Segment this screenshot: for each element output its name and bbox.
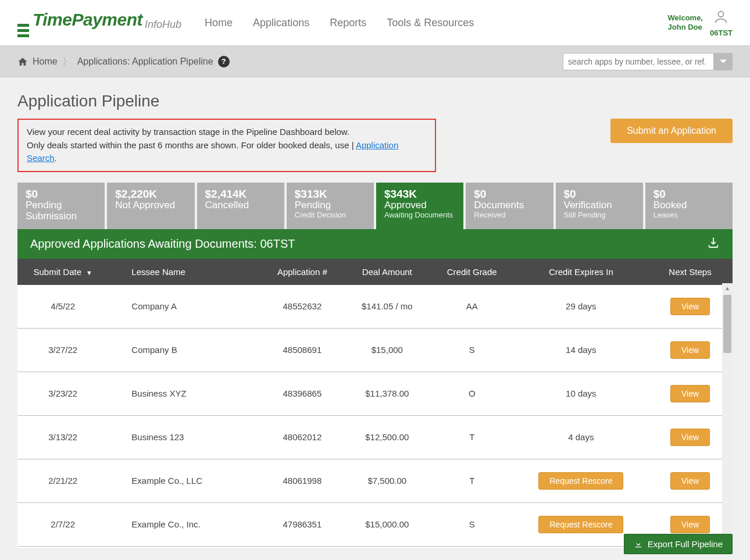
scroll-up-icon[interactable]: ▲ xyxy=(722,283,733,294)
cell-date: 3/13/22 xyxy=(17,415,108,459)
pipeline-tab-6[interactable]: $0VerificationStill Pending xyxy=(556,183,643,229)
col-lessee[interactable]: Lessee Name xyxy=(108,259,260,285)
col-submit-date[interactable]: Submit Date▼ xyxy=(17,259,108,285)
breadcrumb-bar: Home 〉 Applications: Application Pipelin… xyxy=(0,45,750,77)
scrollbar[interactable]: ▲ ▼ xyxy=(722,283,733,548)
col-application[interactable]: Application # xyxy=(260,259,345,285)
cell-amount: $7,500.00 xyxy=(345,459,430,502)
view-button[interactable]: View xyxy=(670,429,710,446)
welcome-block: Welcome, John Doe 06TST xyxy=(668,9,733,37)
download-icon[interactable] xyxy=(707,236,720,252)
export-full-pipeline-button[interactable]: Export Full Pipeline xyxy=(624,534,733,554)
pipeline-tab-3[interactable]: $313KPendingCredit Decision xyxy=(287,183,374,229)
cell-lessee: Company C xyxy=(108,546,260,548)
cell-grade: AA xyxy=(430,285,515,329)
table-row: 3/23/22Business XYZ48396865$11,378.00O10… xyxy=(17,372,733,415)
cell-expires: 14 days xyxy=(515,328,648,372)
section-header: Approved Applications Awaiting Documents… xyxy=(17,229,733,259)
pipeline-tab-4[interactable]: $343KApprovedAwaiting Documents xyxy=(376,183,463,229)
pipeline-tabs: $0Pending Submission$2,220KNot Approved$… xyxy=(17,183,733,229)
cell-date: 2/21/22 xyxy=(17,459,108,502)
cell-amount: $11,378.00 xyxy=(345,372,430,415)
cell-date: 1/26/22 xyxy=(17,546,108,548)
cell-action: View xyxy=(648,415,733,459)
view-button[interactable]: View xyxy=(670,341,710,359)
nav-tools[interactable]: Tools & Resources xyxy=(387,17,474,29)
logo[interactable]: TimePayment InfoHub xyxy=(17,10,181,36)
cell-amount: $15,000.00 xyxy=(345,502,430,546)
col-next-steps[interactable]: Next Steps xyxy=(648,259,733,285)
cell-action: View xyxy=(648,459,733,502)
nav-reports[interactable]: Reports xyxy=(330,17,366,29)
cell-amount: $15,000 xyxy=(345,328,430,372)
table-body: 4/5/22Company A48552632$141.05 / moAA29 … xyxy=(17,285,733,548)
search-dropdown-button[interactable] xyxy=(714,53,733,70)
table-wrap: Submit Date▼ Lessee Name Application # D… xyxy=(17,259,733,548)
cell-expires: 4 days xyxy=(515,415,648,459)
cell-grade: T xyxy=(430,459,515,502)
table-row: 2/21/22Example Co., LLC48061998$7,500.00… xyxy=(17,459,733,502)
table-header: Submit Date▼ Lessee Name Application # D… xyxy=(17,259,733,285)
view-button[interactable]: View xyxy=(670,516,710,533)
user-code: 06TST xyxy=(710,28,733,37)
search-input[interactable] xyxy=(563,53,714,70)
cell-lessee: Business XYZ xyxy=(108,372,260,415)
cell-amount: $5,000.00 xyxy=(345,546,430,548)
page-title: Application Pipeline xyxy=(17,92,733,110)
search-wrap xyxy=(563,53,733,70)
breadcrumb: Home 〉 Applications: Application Pipelin… xyxy=(17,55,230,69)
home-icon xyxy=(17,56,28,67)
col-amount[interactable]: Deal Amount xyxy=(345,259,430,285)
table-row: 3/13/22Business 12348062012$12,500.00T4 … xyxy=(17,415,733,459)
cell-lessee: Example Co., Inc. xyxy=(108,502,260,546)
cell-application: 48061998 xyxy=(260,459,345,502)
nav-applications[interactable]: Applications xyxy=(253,17,309,29)
scroll-thumb[interactable] xyxy=(723,295,731,353)
cell-date: 3/23/22 xyxy=(17,372,108,415)
pipeline-tab-0[interactable]: $0Pending Submission xyxy=(17,183,105,229)
main-content: Application Pipeline View your recent de… xyxy=(0,77,750,560)
intro-box: View your recent deal activity by transa… xyxy=(17,119,436,172)
cell-date: 3/27/22 xyxy=(17,328,108,372)
table-row: 3/27/22Company B48508691$15,000S14 daysV… xyxy=(17,328,733,372)
pipeline-tab-1[interactable]: $2,220KNot Approved xyxy=(107,183,194,229)
cell-lessee: Company B xyxy=(108,328,260,372)
user-avatar-block[interactable]: 06TST xyxy=(710,9,733,37)
request-rescore-button[interactable]: Request Rescore xyxy=(538,516,623,533)
request-rescore-button[interactable]: Request Rescore xyxy=(538,472,623,490)
logo-subtext: InfoHub xyxy=(145,19,181,31)
cell-date: 2/7/22 xyxy=(17,502,108,546)
col-expires[interactable]: Credit Expires In xyxy=(515,259,648,285)
pipeline-tab-5[interactable]: $0DocumentsReceived xyxy=(466,183,553,229)
svg-point-0 xyxy=(719,11,724,16)
nav-home[interactable]: Home xyxy=(205,17,233,29)
main-nav: Home Applications Reports Tools & Resour… xyxy=(205,17,474,29)
intro-line1: View your recent deal activity by transa… xyxy=(27,126,427,139)
breadcrumb-home[interactable]: Home xyxy=(33,56,58,67)
cell-expires: 10 days xyxy=(515,372,648,415)
view-button[interactable]: View xyxy=(670,298,710,315)
cell-expires: 29 days xyxy=(515,285,648,329)
chevron-down-icon xyxy=(720,58,727,65)
cell-application: 48508691 xyxy=(260,328,345,372)
intro-line2: Only deals started within the past 6 mon… xyxy=(27,139,427,165)
submit-application-button[interactable]: Submit an Application xyxy=(610,119,733,143)
cell-grade: U xyxy=(430,546,515,548)
avatar-icon xyxy=(713,9,729,25)
applications-table: Submit Date▼ Lessee Name Application # D… xyxy=(17,259,733,285)
app-header: TimePayment InfoHub Home Applications Re… xyxy=(0,0,750,45)
view-button[interactable]: View xyxy=(670,385,710,402)
pipeline-tab-7[interactable]: $0BookedLeases xyxy=(645,183,733,229)
cell-date: 4/5/22 xyxy=(17,285,108,329)
cell-action: View xyxy=(648,372,733,415)
cell-action: View xyxy=(648,328,733,372)
logo-bars-icon xyxy=(17,24,29,37)
col-grade[interactable]: Credit Grade xyxy=(430,259,515,285)
cell-grade: S xyxy=(430,502,515,546)
cell-application: 48062012 xyxy=(260,415,345,459)
help-icon[interactable]: ? xyxy=(218,56,230,67)
cell-grade: T xyxy=(430,415,515,459)
cell-application: 48552632 xyxy=(260,285,345,329)
view-button[interactable]: View xyxy=(670,472,710,490)
pipeline-tab-2[interactable]: $2,414KCancelled xyxy=(197,183,284,229)
